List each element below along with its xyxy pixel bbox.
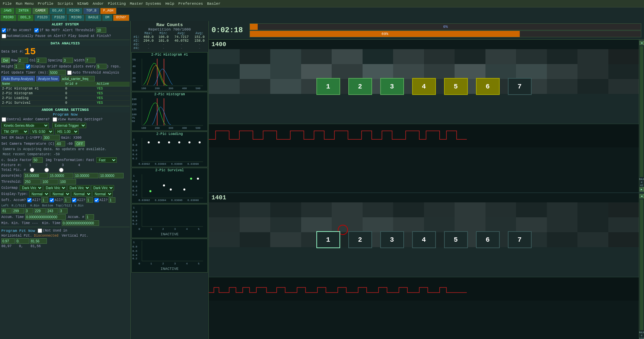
horiz-pzt-input1[interactable] xyxy=(1,238,15,244)
left-input[interactable] xyxy=(1,208,12,214)
menu-plotting[interactable]: Plotting xyxy=(106,1,128,6)
tab-jaws[interactable]: JAWS xyxy=(0,8,15,14)
hs-select[interactable]: HS: 1.00 xyxy=(55,129,79,134)
all-input4[interactable] xyxy=(109,197,115,203)
temp-input[interactable] xyxy=(55,141,65,146)
exposure-input2[interactable] xyxy=(49,173,73,178)
colormap-select4[interactable]: Dark Viric xyxy=(91,185,114,191)
threshold-input3[interactable] xyxy=(41,179,58,184)
width-input[interactable] xyxy=(85,58,95,63)
table-row[interactable]: 2-Pic Loading 0 YES xyxy=(1,96,130,101)
plot-timer-input[interactable] xyxy=(49,70,66,75)
tab-camer[interactable]: CAMER xyxy=(32,8,49,14)
carrier-freq-input[interactable] xyxy=(61,76,95,81)
menu-niawg[interactable]: NIAWG xyxy=(75,1,91,6)
colormap-select2[interactable]: Dark Viric xyxy=(43,185,67,191)
display-select4[interactable]: Normal xyxy=(92,191,113,197)
colormap-select1[interactable]: Dark Viric xyxy=(20,185,43,191)
scrollbar1-min[interactable]: ◀ xyxy=(640,41,644,45)
spacing-input[interactable] xyxy=(63,58,73,63)
scrollbar1-track[interactable] xyxy=(640,46,643,177)
tab-eoax[interactable]: EO_AX xyxy=(49,8,66,14)
vbin-input[interactable] xyxy=(59,208,68,214)
exposure-input1[interactable] xyxy=(24,173,48,178)
colormap-select3[interactable]: Dark Viric xyxy=(67,185,90,191)
scrollbar1-max-btn[interactable]: ▶ xyxy=(640,187,644,192)
accum-num-input[interactable] xyxy=(86,214,94,220)
menu-scripts[interactable]: Scripts xyxy=(55,1,75,6)
menu-run[interactable]: Run Menu xyxy=(14,1,36,6)
display-select2[interactable]: Normal xyxy=(50,191,71,197)
tab-fagh[interactable]: F_AGH xyxy=(100,8,116,14)
height-input[interactable] xyxy=(14,64,24,69)
all-checkbox2[interactable] xyxy=(50,198,54,202)
program-pzt-link[interactable]: Program Pzt Now xyxy=(1,229,35,233)
auto-bump-button[interactable]: Auto Bump Analysis xyxy=(1,76,35,81)
col-input[interactable] xyxy=(36,58,47,63)
table-row[interactable]: 2-Pic Survival 0 YES xyxy=(1,101,130,105)
kinetic-mode-select[interactable]: Kinetic-Series-Mode xyxy=(1,123,49,128)
tab-micro2[interactable]: MICRO xyxy=(0,15,17,21)
tab-basle[interactable]: BASLE xyxy=(85,15,102,21)
menu-andor[interactable]: Andor xyxy=(91,1,106,6)
threshold-input[interactable] xyxy=(96,27,106,33)
menu-file[interactable]: File xyxy=(1,1,14,6)
trigger-select[interactable]: External-Trigger xyxy=(52,123,86,128)
auto-threshold-checkbox[interactable] xyxy=(67,71,72,75)
del-button[interactable]: Del xyxy=(1,58,10,63)
horiz-pzt-input2[interactable] xyxy=(16,238,29,244)
analyze-now-button[interactable]: Analyze Now xyxy=(36,76,59,81)
tab-piezo2[interactable]: PIEZO xyxy=(51,15,68,21)
menu-preferences[interactable]: Preferences xyxy=(176,1,205,6)
display-select3[interactable]: Normal xyxy=(71,191,92,197)
all-input3[interactable] xyxy=(86,197,93,203)
vs-select[interactable]: VS: 0.50 xyxy=(30,129,54,134)
tab-topb[interactable]: TOP_B xyxy=(83,8,99,14)
menu-master[interactable]: Master Systems xyxy=(128,1,163,6)
not-used-checkbox[interactable] xyxy=(38,228,42,233)
total-pic-radio3[interactable] xyxy=(59,168,63,172)
tab-piezo1[interactable]: PIEZO xyxy=(34,15,51,21)
tab-other[interactable]: Other xyxy=(113,15,129,21)
tab-micro3[interactable]: MICRO xyxy=(68,15,85,21)
if-no-mot-checkbox[interactable] xyxy=(34,28,39,33)
table-row[interactable]: 2-Pic Histogram #1 0 YES xyxy=(1,86,130,91)
exposure-input4[interactable] xyxy=(99,173,124,178)
view-settings-checkbox[interactable] xyxy=(53,117,57,122)
all-input1[interactable] xyxy=(41,197,48,203)
program-now-link[interactable]: Program Now xyxy=(1,113,130,117)
threshold-input2[interactable] xyxy=(24,179,41,184)
scrollbar2-track[interactable] xyxy=(640,199,643,330)
update-input[interactable] xyxy=(96,64,107,69)
total-pic-radio1[interactable] xyxy=(30,168,34,172)
all-input2[interactable] xyxy=(64,197,71,203)
control-camera-checkbox[interactable] xyxy=(2,117,6,122)
vert-pzt-input[interactable] xyxy=(30,238,47,244)
tab-micro[interactable]: MICRO xyxy=(66,8,82,14)
accum-time-input[interactable] xyxy=(25,214,66,220)
all-checkbox4[interactable] xyxy=(94,198,99,202)
rbin-input[interactable] xyxy=(12,208,24,214)
all-checkbox3[interactable] xyxy=(72,198,76,202)
row-input[interactable] xyxy=(18,58,28,63)
exposure-input3[interactable] xyxy=(74,173,98,178)
tab-dm[interactable]: DM xyxy=(102,15,112,21)
table-row[interactable]: 2-Pic Histogram 0 YES xyxy=(1,91,130,96)
total-pic-radio2[interactable] xyxy=(44,168,49,172)
top-input[interactable] xyxy=(47,208,58,214)
display-grid-checkbox[interactable] xyxy=(26,64,30,69)
display-select1[interactable]: Normal xyxy=(29,191,50,197)
tm-select[interactable]: TM: OFF! xyxy=(1,129,29,134)
tab-ddss[interactable]: DDS_S xyxy=(17,15,34,21)
scrollbar2-min[interactable]: ◀ xyxy=(640,194,644,198)
menu-help[interactable]: Help xyxy=(163,1,176,6)
threshold-input4[interactable] xyxy=(59,179,76,184)
temp-off-button[interactable]: OFF xyxy=(75,141,85,146)
if-no-atoms-checkbox[interactable] xyxy=(2,28,6,33)
menu-profile[interactable]: Profile xyxy=(36,1,55,6)
menu-basler[interactable]: Basler xyxy=(205,1,223,6)
scale-factor-input[interactable] xyxy=(33,157,43,163)
img-transform-select[interactable]: Fast xyxy=(96,157,117,163)
em-gain-input[interactable] xyxy=(43,135,60,140)
tab-inten[interactable]: INTEN xyxy=(15,8,32,14)
